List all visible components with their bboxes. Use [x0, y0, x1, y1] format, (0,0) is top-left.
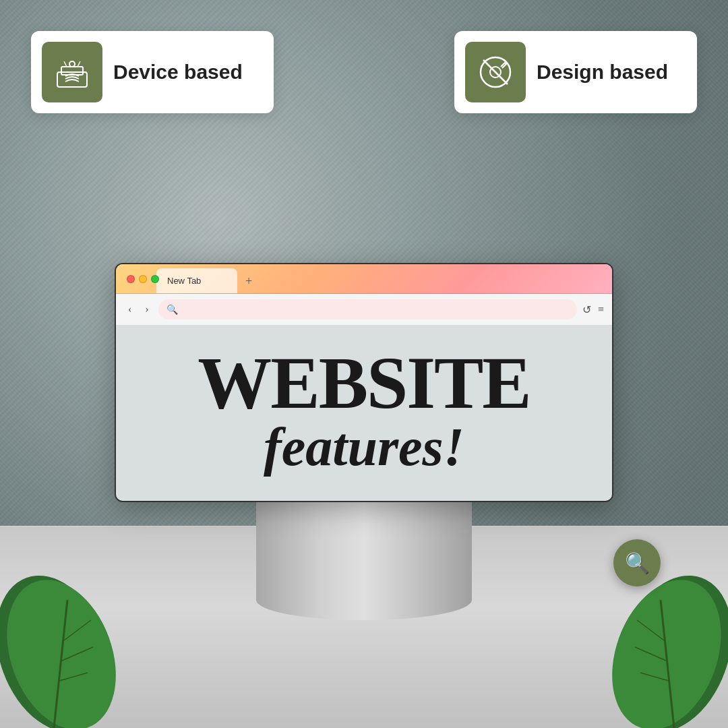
- design-icon: [475, 52, 516, 92]
- close-dot[interactable]: [127, 275, 135, 283]
- pedestal-body: [256, 499, 472, 620]
- browser-toolbar: ‹ › 🔍 ↺ ≡: [116, 294, 612, 326]
- toolbar-icons: ↺ ≡: [582, 303, 604, 316]
- forward-button[interactable]: ›: [141, 302, 152, 317]
- browser-controls: [116, 264, 170, 294]
- search-fab[interactable]: 🔍: [613, 539, 661, 586]
- back-button[interactable]: ‹: [124, 302, 135, 317]
- features-headline: features!: [264, 420, 464, 474]
- design-icon-bg: [465, 42, 526, 102]
- address-bar[interactable]: 🔍: [158, 299, 577, 320]
- minimize-dot[interactable]: [139, 275, 147, 283]
- browser-content: WEBSITE features!: [116, 326, 612, 501]
- website-headline: WEBSITE: [198, 346, 530, 420]
- reload-button[interactable]: ↺: [582, 303, 591, 316]
- device-icon-bg: [42, 42, 102, 102]
- pedestal: [256, 485, 472, 620]
- menu-button[interactable]: ≡: [598, 303, 604, 316]
- leaf-left: [0, 559, 121, 728]
- search-fab-icon: 🔍: [625, 551, 650, 575]
- device-based-card: Device based: [31, 31, 274, 113]
- browser-titlebar: New Tab +: [116, 264, 612, 294]
- device-icon: [52, 52, 92, 92]
- tab-label: New Tab: [167, 276, 201, 286]
- browser-window: New Tab + ‹ › 🔍 ↺ ≡ WEBSITE features!: [115, 263, 613, 502]
- design-based-card: Design based: [454, 31, 697, 113]
- new-tab-button[interactable]: +: [237, 270, 260, 293]
- address-search-icon: 🔍: [166, 304, 178, 315]
- design-based-label: Design based: [537, 61, 668, 84]
- maximize-dot[interactable]: [151, 275, 159, 283]
- device-based-label: Device based: [113, 61, 243, 84]
- svg-point-14: [69, 61, 75, 67]
- leaf-right: [607, 559, 728, 728]
